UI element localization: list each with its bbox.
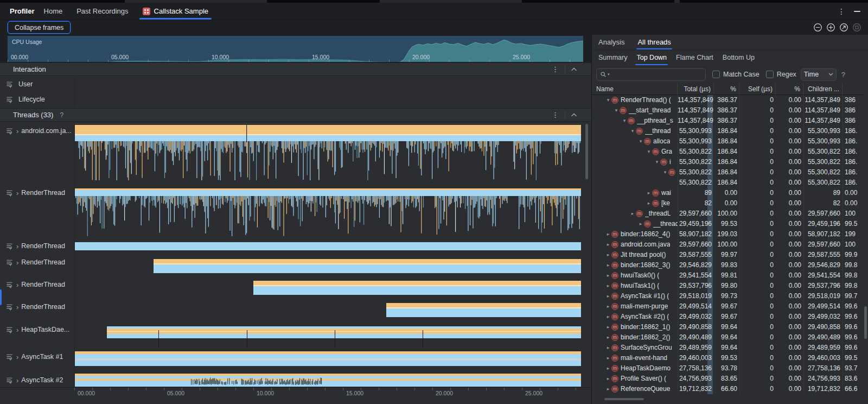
thread-name-renderthread-5[interactable]: ›RenderThread (0, 300, 74, 314)
thread-track-renderthread-5[interactable] (386, 303, 581, 317)
chevron-down-icon[interactable]: ▾ (662, 167, 668, 178)
thread-track-renderthread-2[interactable] (74, 242, 581, 250)
table-h-scrollbar[interactable] (604, 398, 644, 400)
chevron-right-icon[interactable]: › (16, 190, 18, 197)
titlebar-tab-past-recordings[interactable]: Past Recordings (75, 3, 129, 20)
threads-header[interactable]: Threads (33) ? ⋮ (0, 108, 591, 122)
column-header-children[interactable]: Children ... (803, 84, 843, 94)
column-header-self-s[interactable]: Self (µs) (739, 84, 776, 94)
titlebar-tab-home[interactable]: Home (43, 3, 64, 20)
table-row[interactable]: ▾mi55,300,822186.8400.0055,300,822186. (592, 157, 864, 167)
chevron-down-icon[interactable]: ▾ (637, 136, 644, 147)
track-settings-icon[interactable] (5, 303, 14, 311)
thread-name-heaptaskdae-6[interactable]: ›HeapTaskDae... (0, 323, 74, 337)
chevron-down-icon[interactable]: ▾ (613, 105, 620, 116)
kebab-menu-icon[interactable]: ⋮ (838, 8, 845, 15)
search-history-caret-icon[interactable]: ▾ (608, 72, 610, 77)
thread-track-heaptaskdae-6[interactable] (107, 326, 581, 338)
table-row[interactable]: ▾m__thread55,300,993186.8400.0055,300,99… (592, 126, 864, 136)
chevron-right-icon[interactable]: ▸ (605, 291, 611, 301)
interaction-row-user[interactable]: User (0, 77, 591, 92)
table-row[interactable]: ▾m__start_thread114,357,849386.3700.0011… (592, 105, 864, 116)
chevron-right-icon[interactable]: ▸ (605, 374, 611, 384)
thread-track-asynctask-2-8[interactable] (74, 374, 581, 387)
chevron-right-icon[interactable]: › (16, 354, 18, 361)
chevron-down-icon[interactable]: ▾ (654, 157, 660, 167)
reset-zoom-icon[interactable] (839, 23, 848, 32)
chevron-right-icon[interactable]: ▸ (605, 301, 611, 312)
titlebar-tab-callstack-sample[interactable]: Callstack Sample (142, 3, 209, 20)
table-row[interactable]: ▸mandroid.com.java29,597,660100.0000.002… (592, 239, 864, 250)
chevron-right-icon[interactable]: › (16, 304, 18, 311)
table-row[interactable]: ▾m(55,300,822186.8400.0055,300,822186. (592, 167, 864, 178)
search-input[interactable]: ▾ (596, 68, 706, 81)
cpu-usage-chart[interactable]: CPU Usage 00.00005.00010.00015.00020.000… (8, 36, 583, 62)
table-row[interactable]: ▸mmali-mem-purge29,499,51499.6700.0029,4… (592, 301, 864, 312)
tab-summary[interactable]: Summary (598, 50, 627, 65)
table-row[interactable]: ▸mAsyncTask #2() (29,499,03299.6700.0029… (592, 312, 864, 322)
interaction-collapse-icon[interactable] (565, 67, 583, 71)
regex-checkbox[interactable] (766, 71, 774, 78)
chevron-right-icon[interactable]: › (16, 281, 18, 288)
thread-track-renderthread-3[interactable] (154, 259, 581, 273)
table-row[interactable]: ▸mwai890.0000.00890.00 (592, 188, 864, 198)
chevron-right-icon[interactable]: › (16, 128, 18, 135)
track-settings-icon[interactable] (5, 258, 14, 267)
chevron-right-icon[interactable]: ▸ (605, 260, 611, 270)
chevron-right-icon[interactable]: ▸ (605, 281, 611, 291)
chevron-right-icon[interactable]: ▸ (605, 239, 611, 250)
table-row[interactable]: ▸mbinder:16862_1()29,490,85899.6400.0029… (592, 322, 864, 332)
chevron-right-icon[interactable]: › (16, 243, 18, 250)
tab-analysis[interactable]: Analysis (598, 35, 624, 49)
table-v-scrollbar[interactable] (864, 306, 867, 339)
column-header-name[interactable]: Name (592, 84, 678, 94)
threads-scrollbar[interactable] (585, 124, 588, 179)
table-row[interactable]: ▾malloca55,300,993186.8400.0055,300,9931… (592, 136, 864, 147)
interaction-options-icon[interactable]: ⋮ (546, 66, 565, 73)
column-header-[interactable]: % (714, 84, 739, 94)
thread-name-renderthread-4[interactable]: ›RenderThread (0, 277, 74, 292)
thread-track-renderthread-4[interactable] (253, 281, 581, 295)
match-case-checkbox[interactable] (712, 71, 720, 78)
track-settings-icon[interactable] (5, 376, 14, 384)
table-row[interactable]: ▸mbinder:16862_4()58,907,182199.0300.005… (592, 229, 864, 239)
chevron-right-icon[interactable]: ▸ (646, 188, 652, 198)
chevron-right-icon[interactable]: ▸ (605, 332, 611, 343)
chevron-right-icon[interactable]: ▸ (605, 353, 611, 363)
table-row[interactable]: ▸mhwuiTask0() (29,541,55499.8100.0029,54… (592, 270, 864, 281)
chevron-right-icon[interactable]: ▸ (637, 219, 644, 229)
chevron-right-icon[interactable]: ▸ (605, 363, 611, 374)
zoom-in-icon[interactable] (826, 23, 835, 32)
chevron-right-icon[interactable]: › (16, 326, 18, 333)
track-settings-icon[interactable] (5, 326, 14, 334)
chevron-down-icon[interactable]: ▾ (621, 116, 628, 126)
collapse-frames-button[interactable]: Collapse frames (8, 21, 71, 34)
chevron-right-icon[interactable]: › (16, 259, 18, 266)
track-settings-icon[interactable] (5, 353, 14, 361)
table-row[interactable]: ▸mJit thread pool()29,587,55599.9700.002… (592, 250, 864, 260)
chevron-right-icon[interactable]: ▸ (605, 384, 611, 394)
interaction-header[interactable]: Interaction ⋮ (0, 62, 591, 76)
table-row[interactable]: ▸mHeapTaskDaemo27,758,13693.7800.0027,75… (592, 363, 864, 374)
table-row[interactable]: ▸mProfile Saver() (24,756,99383.6500.002… (592, 374, 864, 384)
chevron-right-icon[interactable]: › (16, 377, 18, 384)
thread-name-renderthread-1[interactable]: ›RenderThread (0, 186, 74, 200)
help-icon[interactable]: ? (841, 71, 845, 79)
table-row[interactable]: ▸mbinder:16862_3()29,546,82999.8300.0029… (592, 260, 864, 270)
table-row[interactable]: 55,300,822186.8400.0055,300,822186. (592, 178, 864, 188)
table-row[interactable]: ▸mSurfaceSyncGrou29,489,95999.6400.0029,… (592, 343, 864, 353)
table-row[interactable]: ▾mRenderThread() (114,357,849386.3700.00… (592, 95, 864, 105)
chevron-down-icon[interactable]: ▾ (605, 95, 611, 105)
thread-track-renderthread-1[interactable] (74, 188, 581, 238)
track-settings-icon[interactable] (5, 127, 14, 135)
track-settings-icon[interactable] (5, 242, 14, 250)
thread-track-android-com-ja-0[interactable] (74, 124, 581, 181)
thread-name-android-com-ja-0[interactable]: ›android.com.ja... (0, 124, 74, 138)
threads-help-icon[interactable]: ? (60, 111, 63, 119)
chevron-right-icon[interactable]: ▸ (605, 312, 611, 322)
filter-dropdown[interactable]: Time (801, 68, 837, 81)
table-row[interactable]: ▸mhwuiTask1() (29,537,79699.8000.0029,53… (592, 281, 864, 291)
chevron-right-icon[interactable]: ▸ (629, 209, 636, 219)
chevron-right-icon[interactable]: ▸ (605, 343, 611, 353)
threads-collapse-icon[interactable] (565, 113, 583, 117)
